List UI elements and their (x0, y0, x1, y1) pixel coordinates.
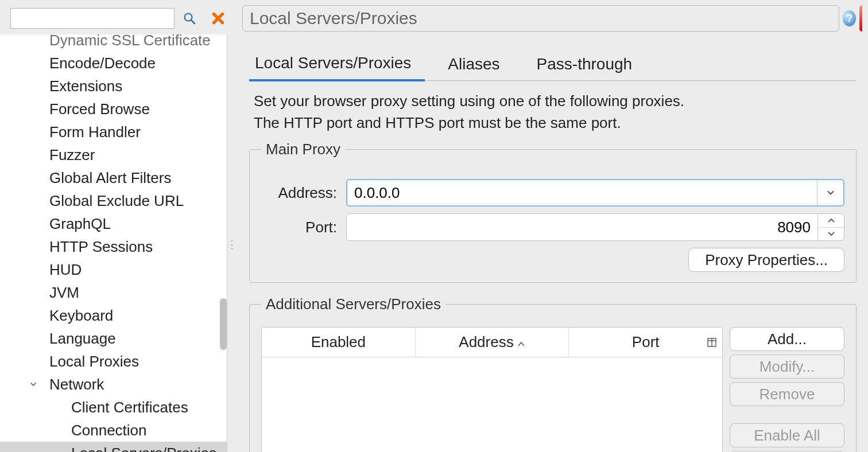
options-sidebar: Dynamic SSL CertificateEncode/DecodeExte… (0, 34, 227, 452)
sidebar-item-language[interactable]: Language (0, 327, 227, 350)
sidebar-item-hud[interactable]: HUD (0, 258, 227, 281)
sidebar-item-forced-browse[interactable]: Forced Browse (0, 98, 227, 120)
sidebar-item-global-alert-filters[interactable]: Global Alert Filters (0, 166, 227, 189)
sidebar-item-local-servers-proxies[interactable]: Local Servers/Proxies (0, 442, 227, 452)
address-combobox[interactable] (346, 179, 844, 206)
sidebar-item-graphql[interactable]: GraphQL (0, 212, 227, 235)
sort-asc-icon (517, 333, 525, 351)
main-proxy-legend: Main Proxy (261, 141, 345, 158)
remove-button: Remove (730, 382, 844, 406)
column-header-port[interactable]: Port (569, 328, 722, 357)
sidebar-item-label: Network (49, 376, 104, 393)
additional-servers-panel: Additional Servers/Proxies Enabled Addre… (249, 295, 857, 452)
sidebar-item-local-proxies[interactable]: Local Proxies (0, 350, 227, 373)
search-icon[interactable] (181, 10, 197, 26)
chevron-down-icon[interactable] (28, 379, 39, 390)
sidebar-item-dynamic-ssl-certificate[interactable]: Dynamic SSL Certificate (0, 34, 227, 52)
description-line-2: The HTTP port and HTTPS port must be the… (254, 113, 857, 133)
modify-button: Modify... (730, 354, 844, 379)
additional-servers-table: Enabled Address Port (261, 327, 723, 452)
sidebar-item-http-sessions[interactable]: HTTP Sessions (0, 235, 227, 258)
port-input[interactable] (347, 214, 817, 240)
column-header-enabled[interactable]: Enabled (262, 328, 416, 357)
main-panel: Local Servers/ProxiesAliasesPass-through… (235, 34, 868, 452)
address-dropdown-button[interactable] (817, 180, 843, 205)
svg-line-1 (191, 20, 195, 24)
sidebar-item-global-exclude-url[interactable]: Global Exclude URL (0, 189, 227, 212)
help-icon[interactable]: ? (843, 10, 856, 26)
description-line-1: Set your browser proxy setting using one… (254, 91, 857, 111)
sidebar-item-encode-decode[interactable]: Encode/Decode (0, 52, 227, 75)
tabs: Local Servers/ProxiesAliasesPass-through (249, 50, 857, 81)
additional-servers-legend: Additional Servers/Proxies (261, 295, 445, 313)
enable-all-button: Enable All (730, 423, 844, 447)
tab-pass-through[interactable]: Pass-through (531, 52, 646, 80)
splitter-handle[interactable] (227, 34, 235, 452)
sidebar-item-form-handler[interactable]: Form Handler (0, 120, 227, 143)
column-header-address[interactable]: Address (416, 328, 569, 357)
search-input[interactable] (10, 8, 175, 29)
unknown-red-button-sliver[interactable] (859, 5, 862, 32)
tab-aliases[interactable]: Aliases (442, 52, 513, 80)
close-icon[interactable] (210, 10, 226, 26)
sidebar-item-client-certificates[interactable]: Client Certificates (0, 396, 227, 419)
address-label: Address: (261, 184, 337, 202)
port-label: Port: (261, 219, 337, 236)
toolbar: ? (0, 0, 868, 34)
port-spinner[interactable] (346, 213, 844, 241)
panel-title (242, 5, 839, 32)
sidebar-group-network[interactable]: Network (0, 373, 227, 396)
sidebar-item-keyboard[interactable]: Keyboard (0, 304, 227, 327)
sidebar-item-connection[interactable]: Connection (0, 419, 227, 442)
sidebar-item-jvm[interactable]: JVM (0, 281, 227, 304)
address-input[interactable] (347, 180, 817, 205)
port-spin-up[interactable] (818, 214, 844, 228)
column-picker-icon[interactable] (705, 338, 720, 347)
sidebar-item-fuzzer[interactable]: Fuzzer (0, 143, 227, 166)
port-spin-down[interactable] (818, 228, 844, 241)
tab-local-servers-proxies[interactable]: Local Servers/Proxies (249, 50, 425, 81)
main-proxy-panel: Main Proxy Address: Port: (249, 141, 857, 283)
sidebar-scrollbar[interactable] (220, 298, 227, 350)
proxy-properties-button[interactable]: Proxy Properties... (688, 248, 844, 272)
sidebar-item-extensions[interactable]: Extensions (0, 75, 227, 98)
add-button[interactable]: Add... (730, 327, 844, 351)
additional-servers-table-body (262, 357, 722, 452)
